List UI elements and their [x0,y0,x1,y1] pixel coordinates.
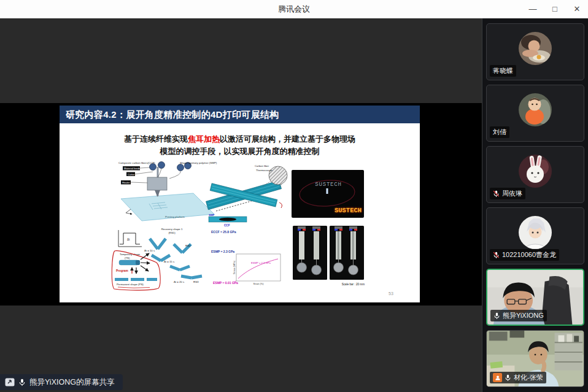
printer-heater-label: Heater [122,181,130,184]
shapes-rs2: RS2 [185,244,191,247]
avatar [519,93,552,126]
shapes-temporary-label: Temporary shape [120,253,141,256]
participant-tile[interactable]: 102210060曹金龙 [486,207,584,264]
shapes-temporary-sub: (TS) [125,256,130,259]
window-controls: — □ ✕ [522,0,588,18]
printer-platform-label: Printing platform [165,215,185,218]
shapes-dt15: Δt = 15 s [164,260,174,263]
participant-nameplate: 刘倩 [490,126,509,138]
mic-on-icon [505,374,511,382]
participant-name: 102210060曹金龙 [502,250,556,259]
printer-feeder-label: Material feeder [124,167,142,170]
crossed-beams-diagram: Carbon fiber Thermocouple SMP CCF [206,164,287,227]
participant-nameplate: 蒋晓蝶 [490,65,516,77]
participant-tile[interactable]: 蒋晓蝶 [486,23,584,80]
modulus-smp-rubbery: ESMP = 0.01 GPa [213,281,238,285]
anime-boy-avatar [519,216,552,249]
shapes-permanent-label: Permanent shape (PS) [117,283,144,286]
window-title: 腾讯会议 [278,4,310,15]
shapes-program-label: Program [116,269,128,272]
titlebar: 腾讯会议 — □ ✕ [0,0,588,18]
participant-tile-host[interactable]: 材化-张荣 [486,330,584,387]
slide-page-number: 53 [389,291,393,296]
shapes-dt10: Δt = 10 s [144,249,155,252]
host-badge-icon [493,373,502,382]
moduli-chart-group: ECCF = 25.8 GPa ESMP = 2.3 GPa ESMP = 0.… [211,230,280,285]
participant-name: 熊异YiXIONG [503,311,544,320]
participant-name: 周依琳 [502,189,522,198]
participant-tile[interactable]: 周依琳 [486,146,584,203]
participant-name: 蒋晓蝶 [493,66,513,75]
participants-sidebar: 蒋晓蝶 刘倩 [482,18,588,392]
meeting-window: 腾讯会议 — □ ✕ 研究内容4.2：展开角度精准控制的4D打印可展结构 基于连… [0,0,588,392]
beams-ccf-label: CCF [224,224,230,227]
chart-xlabel: Strain (%) [253,283,265,285]
close-button[interactable]: ✕ [566,0,588,18]
stress-strain-chart [236,254,280,281]
chart-annotation: ESMP = 2.3 GPa [251,261,271,264]
mic-icon [18,379,26,386]
shapes-recovery1-sub: (RS1) [168,231,176,234]
minimize-button[interactable]: — [522,0,544,18]
specimen-photos: Scale bar : 20 mm [293,226,365,286]
participant-tile-active-speaker[interactable]: 熊异YiXIONG [486,269,584,326]
sustech-top-text: SUSTECH [315,182,341,188]
avatar [519,216,552,249]
sustech-bottom-text: SUSTECH [335,207,362,214]
printer-ccf-label: Composite carbon fibers(CCF) [118,161,155,164]
printer-cutter-label: Cutter [128,173,135,176]
presentation-slide: 研究内容4.2：展开角度精准控制的4D打印可展结构 基于连续纤维实现焦耳加热以激… [60,106,420,302]
participant-name: 材化-张荣 [514,373,543,382]
participant-name: 刘倩 [493,128,506,137]
participant-nameplate: 材化-张荣 [490,372,546,383]
participant-nameplate: 102210060曹金龙 [490,249,559,261]
participant-nameplate: 周依琳 [490,188,525,199]
shape-recovery-diagram: Δt Temporary shape (TS) Program Permanen… [112,228,202,290]
scale-bar-label: Scale bar : 20 mm [342,283,365,286]
photo-woman-avatar [519,32,552,65]
slide-figures: Composite carbon fibers(CCF) Material fe… [60,106,420,302]
maximize-button[interactable]: □ [544,0,566,18]
mic-muted-icon [493,252,500,259]
modulus-ccf: ECCF = 25.8 GPa [211,230,236,234]
mic-on-icon [493,312,500,320]
screen-share-stage: 研究内容4.2：展开角度精准控制的4D打印可展结构 基于连续纤维实现焦耳加热以激… [0,18,482,392]
shapes-recovery1-label: Recovery shape 1 [161,228,183,231]
beams-carbon-fiber-label: Carbon fiber [255,164,269,167]
avatar [519,155,552,188]
photo-baby-avatar [519,93,552,126]
screen-share-text: 熊异YiXIONG的屏幕共享 [29,377,114,388]
printer-smp-label: Shape memory polymer (SMP) [180,161,217,164]
participant-nameplate: 熊异YiXIONG [490,310,547,321]
shapes-rs3: RS3 [193,280,199,283]
beams-smp-label: SMP [209,213,215,217]
shapes-inset-dt: Δt [127,238,130,241]
chart-ylabel: Stress (MPa) [233,260,236,274]
cartoon-rabbit-avatar [519,155,552,188]
screen-share-icon [5,378,15,386]
avatar [519,32,552,65]
participant-tile[interactable]: 刘倩 [486,85,584,142]
modulus-smp-glassy: ESMP = 2.3 GPa [211,250,234,253]
shapes-dt20: Δt = 20 s [174,280,184,283]
mic-muted-icon [493,190,500,198]
screen-share-indicator[interactable]: 熊异YiXIONG的屏幕共享 [0,374,123,390]
sustech-demo-photo: SUSTECH SUSTECH SUSTECH [292,170,364,218]
beams-thermocouple-label: Thermocouple [256,169,273,172]
